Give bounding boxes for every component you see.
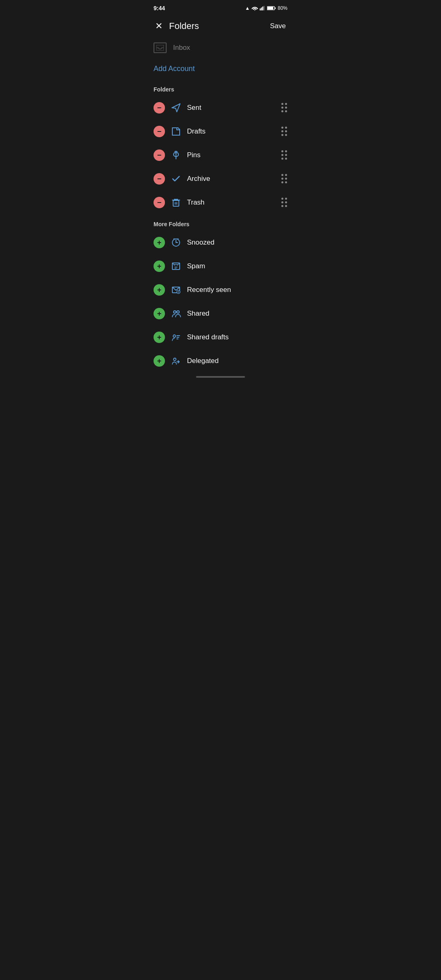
pins-label: Pins: [187, 151, 276, 159]
folder-item-snoozed: Snoozed: [147, 231, 294, 254]
battery-icon: [267, 6, 276, 11]
svg-rect-7: [267, 7, 273, 10]
shared-label: Shared: [187, 310, 287, 318]
signal-icon: [260, 6, 265, 11]
folder-item-trash: Trash: [147, 191, 294, 214]
shared-icon: [170, 307, 182, 320]
drafts-icon: [170, 125, 182, 138]
remove-archive-button[interactable]: [154, 173, 165, 185]
svg-point-21: [174, 311, 176, 313]
svg-rect-6: [275, 7, 276, 9]
folder-item-pins: Pins: [147, 143, 294, 167]
archive-drag-handle[interactable]: [281, 174, 287, 184]
more-folders-section-label: More Folders: [147, 214, 294, 231]
svg-point-24: [174, 358, 176, 361]
svg-rect-4: [263, 6, 264, 11]
svg-rect-1: [260, 9, 261, 11]
add-shared-button[interactable]: [154, 308, 165, 319]
sent-icon: [170, 102, 182, 114]
trash-label: Trash: [187, 198, 276, 207]
wifi-icon: [252, 6, 258, 11]
shared-drafts-label: Shared drafts: [187, 333, 287, 341]
folder-item-spam: Spam: [147, 254, 294, 278]
folder-item-archive: Archive: [147, 167, 294, 191]
folder-item-shared-drafts: Shared drafts: [147, 325, 294, 349]
page-title: Folders: [169, 21, 199, 31]
folder-item-sent: Sent: [147, 96, 294, 120]
recently-seen-icon: [170, 284, 182, 296]
pins-drag-handle[interactable]: [281, 150, 287, 160]
sent-drag-handle[interactable]: [281, 103, 287, 113]
delegated-icon: [170, 355, 182, 367]
folder-item-recently-seen: Recently seen: [147, 278, 294, 302]
spam-icon: [170, 260, 182, 272]
add-shared-drafts-button[interactable]: [154, 332, 165, 343]
archive-icon: [170, 173, 182, 185]
snoozed-label: Snoozed: [187, 238, 287, 247]
folder-item-drafts: Drafts: [147, 120, 294, 143]
remove-pins-button[interactable]: [154, 149, 165, 161]
drafts-label: Drafts: [187, 127, 276, 136]
svg-point-23: [173, 335, 176, 337]
pins-icon: [170, 149, 182, 161]
inbox-row: Inbox: [147, 38, 294, 58]
header: ✕ Folders Save: [147, 15, 294, 38]
notification-icon: ▲: [245, 5, 250, 11]
battery-text: 80%: [278, 5, 287, 11]
add-snoozed-button[interactable]: [154, 237, 165, 248]
close-button[interactable]: ✕: [154, 19, 164, 33]
svg-point-0: [254, 10, 256, 11]
trash-icon: [170, 196, 182, 209]
save-button[interactable]: Save: [268, 20, 287, 32]
add-account-button[interactable]: Add Account: [147, 58, 294, 80]
status-icons: ▲ 80%: [245, 5, 287, 11]
shared-drafts-icon: [170, 331, 182, 343]
remove-drafts-button[interactable]: [154, 126, 165, 137]
snoozed-icon: [170, 236, 182, 249]
inbox-label: Inbox: [173, 44, 190, 52]
remove-trash-button[interactable]: [154, 197, 165, 208]
remove-sent-button[interactable]: [154, 102, 165, 114]
archive-label: Archive: [187, 175, 276, 183]
add-spam-button[interactable]: [154, 261, 165, 272]
svg-point-22: [177, 311, 179, 313]
add-delegated-button[interactable]: [154, 355, 165, 367]
folder-item-shared: Shared: [147, 302, 294, 325]
status-time: 9:44: [154, 5, 165, 11]
svg-point-20: [178, 292, 179, 293]
spam-label: Spam: [187, 262, 287, 270]
sent-label: Sent: [187, 104, 276, 112]
delegated-label: Delegated: [187, 357, 287, 365]
drafts-drag-handle[interactable]: [281, 127, 287, 136]
svg-rect-2: [261, 7, 262, 10]
folders-section-label: Folders: [147, 80, 294, 96]
svg-rect-10: [173, 200, 179, 206]
folder-item-delegated: Delegated: [147, 349, 294, 373]
status-bar: 9:44 ▲ 80%: [147, 0, 294, 15]
recently-seen-label: Recently seen: [187, 286, 287, 294]
svg-rect-3: [262, 7, 263, 10]
header-left: ✕ Folders: [154, 19, 199, 33]
trash-drag-handle[interactable]: [281, 198, 287, 207]
add-recently-seen-button[interactable]: [154, 284, 165, 296]
inbox-icon: [154, 42, 167, 53]
